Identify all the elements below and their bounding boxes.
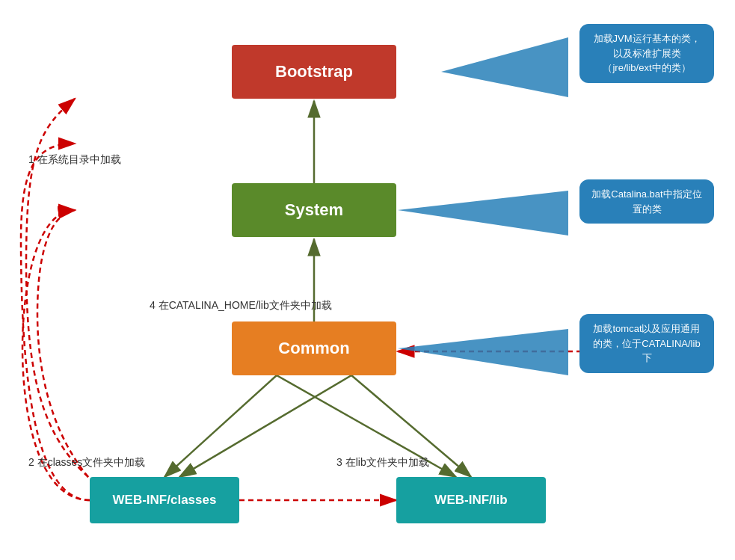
svg-line-4 [164,375,277,477]
tooltip-common: 加载tomcat以及应用通用的类，位于CATALINA/lib下 [579,314,714,373]
svg-marker-8 [441,37,568,97]
svg-line-7 [179,375,351,477]
webinf-classes-box: WEB-INF/classes [90,477,239,523]
common-box: Common [232,321,396,375]
system-box: System [232,183,396,237]
tooltip-common-text: 加载tomcat以及应用通用的类，位于CATALINA/lib下 [593,323,700,363]
label-2: 2 在classes文件夹中加载 [28,456,145,470]
webinf-lib-box: WEB-INF/lib [396,477,546,523]
svg-marker-10 [398,329,568,375]
label-3-text: 3 在lib文件夹中加载 [336,456,429,468]
label-2-text: 2 在classes文件夹中加载 [28,456,145,468]
label-4-text: 4 在CATALINA_HOME/lib文件夹中加载 [150,299,332,311]
label-3: 3 在lib文件夹中加载 [336,456,429,470]
bootstrap-label: Bootstrap [275,62,353,81]
bootstrap-box: Bootstrap [232,45,396,99]
system-label: System [285,200,343,220]
webinf-classes-label: WEB-INF/classes [113,493,217,508]
label-1-text: 1 在系统目录中加载 [28,153,121,165]
label-1: 1 在系统目录中加载 [28,153,121,167]
tooltip-bootstrap-text: 加载JVM运行基本的类，以及标准扩展类（jre/lib/ext中的类） [594,33,701,73]
webinf-lib-label: WEB-INF/lib [434,493,507,508]
diagram-container: Bootstrap System Common WEB-INF/classes … [0,0,735,560]
label-4: 4 在CATALINA_HOME/lib文件夹中加载 [150,299,332,313]
tooltip-system: 加载Catalina.bat中指定位置的类 [579,179,714,224]
common-label: Common [278,339,349,358]
tooltip-system-text: 加载Catalina.bat中指定位置的类 [591,188,701,215]
svg-marker-9 [398,191,568,236]
tooltip-bootstrap: 加载JVM运行基本的类，以及标准扩展类（jre/lib/ext中的类） [579,24,714,83]
